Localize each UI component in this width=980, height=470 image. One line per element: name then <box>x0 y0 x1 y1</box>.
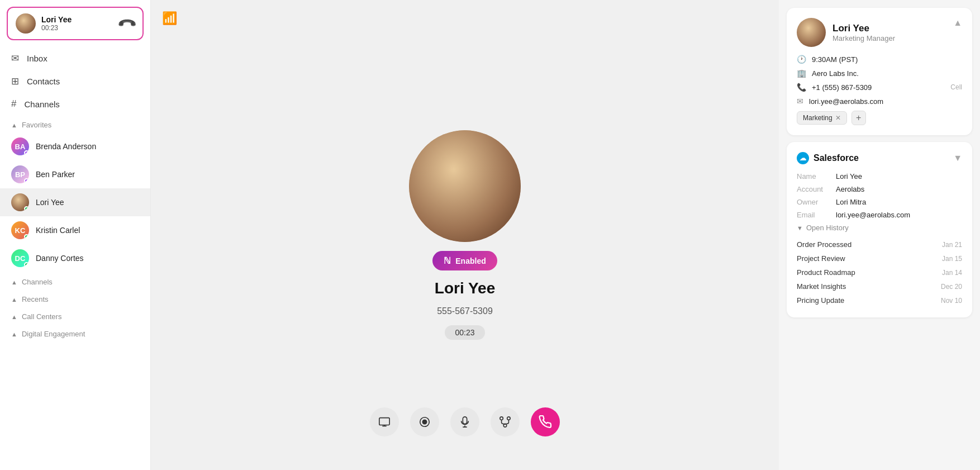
channels-section-chevron-icon: ▲ <box>11 279 17 286</box>
recents-section-label: Recents <box>22 295 49 303</box>
tags-row: Marketing ✕ + <box>797 111 962 125</box>
salesforce-card: ☁ Salesforce ▼ Name Lori Yee Account Aer… <box>787 142 972 317</box>
history-chevron-icon: ▼ <box>797 225 803 231</box>
active-call-avatar <box>16 13 36 34</box>
caller-number: 555-567-5309 <box>437 306 493 316</box>
enabled-label: Enabled <box>455 257 486 265</box>
sf-email-value: lori.yee@aerolabs.com <box>836 211 910 219</box>
contact-info-card: Lori Yee Marketing Manager ▲ 🕐 9:30AM (P… <box>787 8 972 135</box>
history-item-1-date: Jan 15 <box>942 255 962 263</box>
favorites-chevron-icon: ▲ <box>11 122 17 129</box>
contact-card-collapse-button[interactable]: ▲ <box>953 18 962 28</box>
contact-lori-yee[interactable]: Lori Yee <box>0 188 150 216</box>
enabled-icon: ℕ <box>444 255 451 266</box>
channels-section-label: Channels <box>22 278 53 286</box>
nav-contacts[interactable]: ⊞ Contacts <box>0 70 150 93</box>
phone-icon: 📞 <box>797 83 806 92</box>
main-call-area: 📶 ℕ Enabled Lori Yee 555-567-5309 00:23 <box>151 0 779 470</box>
company-icon: 🏢 <box>797 69 806 78</box>
contact-brenda-anderson[interactable]: BA Brenda Anderson <box>0 132 150 160</box>
svg-point-4 <box>507 417 511 420</box>
history-row-0[interactable]: Order Processed Jan 21 <box>797 238 962 251</box>
contact-time-value: 9:30AM (PST) <box>812 55 858 64</box>
salesforce-logo: ☁ <box>797 152 809 164</box>
svg-point-5 <box>503 424 507 428</box>
svg-point-3 <box>500 417 503 420</box>
contact-info-title: Marketing Manager <box>832 34 895 42</box>
right-panel: Lori Yee Marketing Manager ▲ 🕐 9:30AM (P… <box>779 0 980 470</box>
merge-button[interactable] <box>491 407 520 436</box>
contact-name-lori: Lori Yee <box>36 198 64 207</box>
recents-section-header[interactable]: ▲ Recents <box>0 289 150 307</box>
caller-name: Lori Yee <box>435 279 495 297</box>
contact-name-brenda: Brenda Anderson <box>36 142 96 151</box>
inbox-icon: ✉ <box>11 53 19 64</box>
sf-owner-row: Owner Lori Mitra <box>797 198 962 206</box>
email-icon: ✉ <box>797 97 803 106</box>
sf-name-row: Name Lori Yee <box>797 172 962 181</box>
mute-button[interactable] <box>450 407 479 436</box>
digital-engagement-header[interactable]: ▲ Digital Engagement <box>0 324 150 341</box>
contact-ben-parker[interactable]: BP Ben Parker <box>0 160 150 188</box>
digital-engagement-label: Digital Engagement <box>22 330 85 338</box>
contact-avatar-lori <box>11 193 29 211</box>
history-item-2-label: Product Roadmap <box>797 268 855 277</box>
screen-share-button[interactable] <box>370 407 399 436</box>
contact-danny-cortes[interactable]: DC Danny Cortes <box>0 244 150 272</box>
svg-point-2 <box>422 420 426 424</box>
active-call-card[interactable]: Lori Yee 00:23 📞 <box>7 7 144 40</box>
salesforce-collapse-button[interactable]: ▼ <box>953 153 962 163</box>
history-row-3[interactable]: Market Insights Dec 20 <box>797 279 962 293</box>
favorites-header[interactable]: ▲ Favorites <box>0 115 150 132</box>
sf-account-value: Aerolabs <box>836 185 864 193</box>
call-timer: 00:23 <box>445 325 484 340</box>
nav-channels[interactable]: # Channels <box>0 93 150 115</box>
open-history-toggle[interactable]: ▼ Open History <box>797 224 962 232</box>
nav-contacts-label: Contacts <box>27 77 60 86</box>
recents-chevron-icon: ▲ <box>11 296 17 303</box>
contact-phone-row: 📞 +1 (555) 867-5309 Cell <box>797 83 962 92</box>
contact-phone-label: Cell <box>950 83 962 91</box>
record-button[interactable] <box>410 407 439 436</box>
sidebar: Lori Yee 00:23 📞 ✉ Inbox ⊞ Contacts # Ch… <box>0 0 151 470</box>
contact-avatar-kristin: KC <box>11 221 29 239</box>
call-content: ℕ Enabled Lori Yee 555-567-5309 00:23 <box>409 130 521 340</box>
tag-marketing: Marketing ✕ <box>797 111 847 125</box>
tag-marketing-remove-button[interactable]: ✕ <box>835 114 841 122</box>
contact-info-name: Lori Yee <box>832 23 895 34</box>
history-item-0-label: Order Processed <box>797 240 851 249</box>
contact-avatar-brenda: BA <box>11 137 29 155</box>
contact-name-danny: Danny Cortes <box>36 254 84 263</box>
signal-bars-icon: 📶 <box>162 11 177 26</box>
nav-inbox-label: Inbox <box>27 54 47 63</box>
active-call-name: Lori Yee <box>41 15 72 24</box>
tag-add-button[interactable]: + <box>851 111 866 125</box>
contact-company-value: Aero Labs Inc. <box>812 69 859 78</box>
history-item-1-label: Project Review <box>797 254 845 263</box>
history-item-2-date: Jan 14 <box>942 269 962 277</box>
history-row-2[interactable]: Product Roadmap Jan 14 <box>797 265 962 279</box>
contact-avatar-ben: BP <box>11 165 29 183</box>
history-row-4[interactable]: Pricing Update Nov 10 <box>797 293 962 307</box>
digital-engagement-chevron-icon: ▲ <box>11 331 17 338</box>
channels-section-header[interactable]: ▲ Channels <box>0 272 150 289</box>
contact-kristin-carlel[interactable]: KC Kristin Carlel <box>0 216 150 244</box>
contact-avatar-danny: DC <box>11 249 29 267</box>
active-call-time: 00:23 <box>41 24 72 32</box>
nav-inbox[interactable]: ✉ Inbox <box>0 47 150 70</box>
history-row-1[interactable]: Project Review Jan 15 <box>797 251 962 265</box>
favorites-label: Favorites <box>22 121 51 129</box>
contact-time-row: 🕐 9:30AM (PST) <box>797 55 962 64</box>
contact-email-row: ✉ lori.yee@aerolabs.com <box>797 97 962 106</box>
sf-account-row: Account Aerolabs <box>797 185 962 193</box>
callcenters-section-header[interactable]: ▲ Call Centers <box>0 307 150 324</box>
callcenters-section-label: Call Centers <box>22 312 62 321</box>
callcenters-chevron-icon: ▲ <box>11 314 17 320</box>
history-item-3-label: Market Insights <box>797 282 846 291</box>
sf-owner-value: Lori Mitra <box>836 198 866 206</box>
salesforce-title: Salesforce <box>814 153 859 163</box>
history-item-4-date: Nov 10 <box>941 297 962 305</box>
end-call-button[interactable] <box>531 407 560 436</box>
history-item-0-date: Jan 21 <box>942 241 962 249</box>
sf-name-label: Name <box>797 172 836 181</box>
